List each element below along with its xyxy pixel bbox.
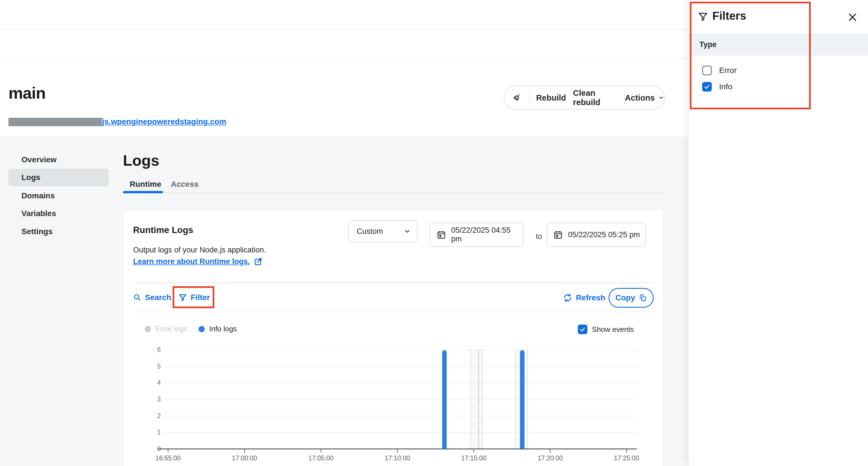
toolbar-bottom-divider <box>133 311 654 312</box>
calendar-icon <box>553 230 563 239</box>
sidebar-item-domains[interactable]: Domains <box>8 187 109 204</box>
close-drawer-button[interactable] <box>847 12 859 23</box>
chart-legend: Error logs Info logs <box>145 325 237 333</box>
tab-runtime[interactable]: Runtime <box>130 180 161 189</box>
clean-rebuild-button[interactable]: Clean rebuild <box>573 86 624 109</box>
active-tab-underline <box>123 191 163 193</box>
show-events-control[interactable]: Show events <box>578 325 634 334</box>
environment-actions-group: Rebuild Clean rebuild Actions <box>504 86 665 110</box>
error-logs-dot <box>145 326 151 332</box>
filter-option-error[interactable]: Error <box>702 65 737 76</box>
date-to-value: 05/22/2025 05:25 pm <box>568 230 640 239</box>
info-log-bar[interactable] <box>520 350 525 449</box>
search-icon <box>133 293 142 302</box>
date-to-field[interactable]: 05/22/2025 05:25 pm <box>547 223 646 247</box>
rebuild-button[interactable]: Rebuild <box>530 86 572 109</box>
date-from-value: 05/22/2025 04:55 pm <box>451 226 523 243</box>
card-description: Output logs of your Node.js application. <box>133 246 266 255</box>
show-events-checkbox[interactable] <box>578 325 587 334</box>
environment-url: js.wpenginepoweredstaging.com <box>8 116 226 126</box>
error-logs-legend[interactable]: Error logs <box>155 325 187 333</box>
info-logs-legend[interactable]: Info logs <box>209 325 237 333</box>
info-logs-dot <box>198 326 205 332</box>
chevron-down-icon <box>404 228 411 235</box>
tab-access[interactable]: Access <box>171 180 198 189</box>
sidebar-item-overview[interactable]: Overview <box>8 151 109 168</box>
sidebar-item-variables[interactable]: Variables <box>8 205 109 222</box>
sidebar-item-logs[interactable]: Logs <box>8 169 109 186</box>
refresh-icon <box>563 293 572 303</box>
chevron-down-icon <box>658 95 664 101</box>
error-checkbox[interactable] <box>702 66 712 75</box>
external-link-icon <box>254 257 263 266</box>
refresh-button[interactable]: Refresh <box>563 293 605 303</box>
filters-title: Filters <box>712 9 746 22</box>
log-search-button[interactable]: Search <box>133 293 171 302</box>
info-option-label: Info <box>719 82 732 91</box>
calendar-icon <box>437 230 446 239</box>
close-icon <box>847 12 859 23</box>
card-title: Runtime Logs <box>133 225 193 235</box>
time-range-value: Custom <box>357 227 383 236</box>
toolbar-top-divider <box>133 282 654 283</box>
filter-funnel-icon <box>178 293 187 302</box>
actions-label: Actions <box>625 93 655 103</box>
learn-more-label: Learn more about Runtime logs. <box>133 257 250 266</box>
actions-menu-button[interactable]: Actions <box>625 86 664 109</box>
show-events-label: Show events <box>592 325 634 334</box>
search-label: Search <box>145 293 171 302</box>
page-title: Logs <box>123 152 159 169</box>
clean-tools-button[interactable] <box>504 86 529 109</box>
filter-section-type: Type <box>688 33 868 56</box>
environment-title: main <box>8 84 45 102</box>
staging-url-link[interactable]: js.wpenginepoweredstaging.com <box>102 117 226 126</box>
error-option-label: Error <box>719 66 737 75</box>
sidebar-item-settings[interactable]: Settings <box>8 223 109 240</box>
tabs-divider <box>123 193 664 193</box>
filter-label: Filter <box>191 293 210 302</box>
broom-icon <box>511 92 522 103</box>
filter-option-info[interactable]: Info <box>702 81 732 92</box>
info-checkbox[interactable] <box>702 82 712 92</box>
redacted-url-part <box>8 118 102 126</box>
log-filter-button[interactable]: Filter <box>178 293 210 302</box>
time-range-select[interactable]: Custom <box>348 220 417 242</box>
date-range-to-label: to <box>536 232 542 241</box>
date-from-field[interactable]: 05/22/2025 04:55 pm <box>430 223 523 247</box>
filter-funnel-icon <box>698 11 708 22</box>
copy-icon <box>639 294 647 302</box>
learn-more-link[interactable]: Learn more about Runtime logs. <box>133 257 263 266</box>
copy-label: Copy <box>615 293 635 302</box>
app-logs-page: Sea Apps express-simple-server-2 / main … <box>0 0 868 466</box>
info-log-bar[interactable] <box>442 350 447 449</box>
refresh-label: Refresh <box>576 293 605 302</box>
copy-logs-button[interactable]: Copy <box>609 288 654 308</box>
